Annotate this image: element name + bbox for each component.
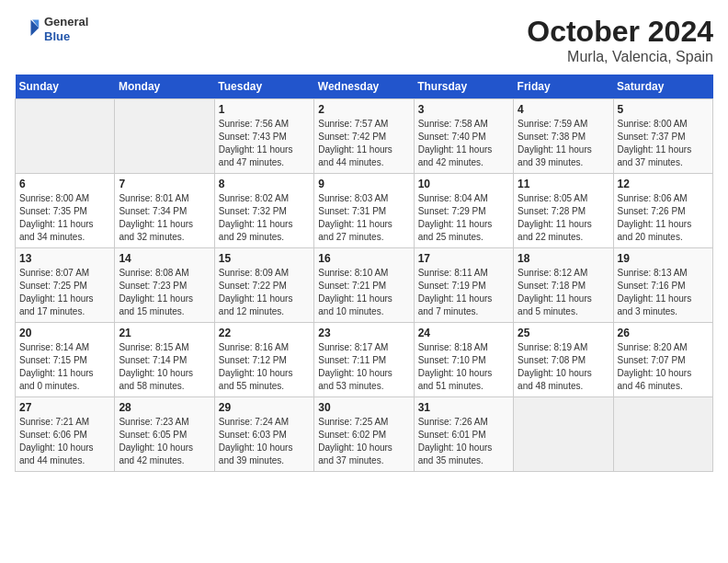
calendar-week: 6Sunrise: 8:00 AM Sunset: 7:35 PM Daylig… — [16, 174, 713, 248]
calendar-cell: 28Sunrise: 7:23 AM Sunset: 6:05 PM Dayli… — [115, 397, 214, 472]
title-block: October 2024 Murla, Valencia, Spain — [527, 15, 713, 65]
day-number: 25 — [518, 327, 609, 339]
calendar-cell: 19Sunrise: 8:13 AM Sunset: 7:16 PM Dayli… — [613, 248, 712, 323]
logo-blue: Blue — [44, 29, 88, 44]
day-info: Sunrise: 8:12 AM Sunset: 7:18 PM Dayligh… — [518, 267, 609, 318]
header-cell: Wednesday — [314, 75, 414, 99]
day-info: Sunrise: 8:18 AM Sunset: 7:10 PM Dayligh… — [418, 341, 509, 393]
calendar-cell: 13Sunrise: 8:07 AM Sunset: 7:25 PM Dayli… — [16, 248, 115, 323]
page-header: General Blue October 2024 Murla, Valenci… — [15, 15, 713, 65]
day-info: Sunrise: 7:59 AM Sunset: 7:38 PM Dayligh… — [518, 118, 609, 169]
calendar-week: 27Sunrise: 7:21 AM Sunset: 6:06 PM Dayli… — [16, 397, 713, 472]
calendar-cell: 26Sunrise: 8:20 AM Sunset: 7:07 PM Dayli… — [613, 323, 712, 397]
day-number: 18 — [518, 252, 609, 265]
calendar-cell: 15Sunrise: 8:09 AM Sunset: 7:22 PM Dayli… — [214, 248, 313, 323]
day-number: 17 — [418, 252, 509, 265]
calendar-cell: 31Sunrise: 7:26 AM Sunset: 6:01 PM Dayli… — [414, 397, 513, 472]
day-number: 20 — [19, 327, 110, 339]
header-cell: Friday — [514, 75, 613, 99]
day-number: 19 — [618, 252, 709, 265]
calendar-week: 13Sunrise: 8:07 AM Sunset: 7:25 PM Dayli… — [16, 248, 713, 323]
header-cell: Sunday — [16, 75, 115, 99]
day-number: 22 — [219, 327, 310, 339]
day-number: 21 — [119, 327, 210, 339]
calendar-cell: 8Sunrise: 8:02 AM Sunset: 7:32 PM Daylig… — [214, 174, 313, 248]
logo-text: General Blue — [44, 15, 88, 43]
day-info: Sunrise: 7:56 AM Sunset: 7:43 PM Dayligh… — [219, 118, 310, 169]
calendar-cell: 27Sunrise: 7:21 AM Sunset: 6:06 PM Dayli… — [16, 397, 115, 472]
calendar-cell: 3Sunrise: 7:58 AM Sunset: 7:40 PM Daylig… — [414, 99, 513, 174]
calendar-cell: 18Sunrise: 8:12 AM Sunset: 7:18 PM Dayli… — [514, 248, 613, 323]
day-number: 14 — [119, 252, 210, 265]
logo-general: General — [44, 15, 88, 29]
calendar-body: 1Sunrise: 7:56 AM Sunset: 7:43 PM Daylig… — [16, 99, 713, 472]
calendar-header: SundayMondayTuesdayWednesdayThursdayFrid… — [16, 75, 713, 99]
day-info: Sunrise: 7:24 AM Sunset: 6:03 PM Dayligh… — [219, 416, 310, 467]
calendar-cell: 10Sunrise: 8:04 AM Sunset: 7:29 PM Dayli… — [414, 174, 513, 248]
calendar-cell: 22Sunrise: 8:16 AM Sunset: 7:12 PM Dayli… — [214, 323, 313, 397]
day-info: Sunrise: 8:00 AM Sunset: 7:35 PM Dayligh… — [19, 192, 110, 244]
calendar-cell: 7Sunrise: 8:01 AM Sunset: 7:34 PM Daylig… — [115, 174, 214, 248]
calendar-week: 1Sunrise: 7:56 AM Sunset: 7:43 PM Daylig… — [16, 99, 713, 174]
calendar-cell: 2Sunrise: 7:57 AM Sunset: 7:42 PM Daylig… — [314, 99, 414, 174]
day-info: Sunrise: 8:15 AM Sunset: 7:14 PM Dayligh… — [119, 341, 210, 393]
day-number: 9 — [318, 178, 409, 190]
header-cell: Monday — [115, 75, 214, 99]
calendar-cell — [115, 99, 214, 174]
day-number: 7 — [119, 178, 210, 190]
day-info: Sunrise: 8:00 AM Sunset: 7:37 PM Dayligh… — [618, 118, 709, 169]
day-info: Sunrise: 8:10 AM Sunset: 7:21 PM Dayligh… — [318, 267, 409, 318]
header-cell: Saturday — [613, 75, 712, 99]
calendar-cell — [16, 99, 115, 174]
day-info: Sunrise: 8:02 AM Sunset: 7:32 PM Dayligh… — [219, 192, 310, 244]
calendar-cell: 17Sunrise: 8:11 AM Sunset: 7:19 PM Dayli… — [414, 248, 513, 323]
day-info: Sunrise: 7:58 AM Sunset: 7:40 PM Dayligh… — [418, 118, 509, 169]
day-number: 26 — [618, 327, 709, 339]
day-number: 8 — [219, 178, 310, 190]
day-info: Sunrise: 8:07 AM Sunset: 7:25 PM Dayligh… — [19, 267, 110, 318]
calendar-cell: 30Sunrise: 7:25 AM Sunset: 6:02 PM Dayli… — [314, 397, 414, 472]
day-number: 16 — [318, 252, 409, 265]
day-number: 27 — [19, 401, 110, 414]
day-number: 31 — [418, 401, 509, 414]
calendar-cell: 14Sunrise: 8:08 AM Sunset: 7:23 PM Dayli… — [115, 248, 214, 323]
day-number: 4 — [518, 103, 609, 116]
day-info: Sunrise: 8:04 AM Sunset: 7:29 PM Dayligh… — [418, 192, 509, 244]
calendar-cell: 6Sunrise: 8:00 AM Sunset: 7:35 PM Daylig… — [16, 174, 115, 248]
header-row: SundayMondayTuesdayWednesdayThursdayFrid… — [16, 75, 713, 99]
day-number: 28 — [119, 401, 210, 414]
day-number: 29 — [219, 401, 310, 414]
calendar-table: SundayMondayTuesdayWednesdayThursdayFrid… — [15, 75, 713, 472]
day-number: 13 — [19, 252, 110, 265]
header-cell: Thursday — [414, 75, 513, 99]
day-number: 15 — [219, 252, 310, 265]
calendar-cell: 23Sunrise: 8:17 AM Sunset: 7:11 PM Dayli… — [314, 323, 414, 397]
day-number: 30 — [318, 401, 409, 414]
day-info: Sunrise: 8:05 AM Sunset: 7:28 PM Dayligh… — [518, 192, 609, 244]
day-number: 24 — [418, 327, 509, 339]
calendar-cell: 20Sunrise: 8:14 AM Sunset: 7:15 PM Dayli… — [16, 323, 115, 397]
logo-icon — [15, 17, 40, 42]
day-info: Sunrise: 8:17 AM Sunset: 7:11 PM Dayligh… — [318, 341, 409, 393]
calendar-subtitle: Murla, Valencia, Spain — [527, 49, 713, 65]
header-cell: Tuesday — [214, 75, 313, 99]
day-info: Sunrise: 8:01 AM Sunset: 7:34 PM Dayligh… — [119, 192, 210, 244]
day-info: Sunrise: 7:25 AM Sunset: 6:02 PM Dayligh… — [318, 416, 409, 467]
day-info: Sunrise: 8:08 AM Sunset: 7:23 PM Dayligh… — [119, 267, 210, 318]
day-number: 12 — [618, 178, 709, 190]
day-number: 23 — [318, 327, 409, 339]
day-number: 11 — [518, 178, 609, 190]
day-info: Sunrise: 7:26 AM Sunset: 6:01 PM Dayligh… — [418, 416, 509, 467]
day-info: Sunrise: 8:11 AM Sunset: 7:19 PM Dayligh… — [418, 267, 509, 318]
day-info: Sunrise: 8:19 AM Sunset: 7:08 PM Dayligh… — [518, 341, 609, 393]
calendar-cell — [613, 397, 712, 472]
calendar-cell: 1Sunrise: 7:56 AM Sunset: 7:43 PM Daylig… — [214, 99, 313, 174]
calendar-cell — [514, 397, 613, 472]
day-info: Sunrise: 7:21 AM Sunset: 6:06 PM Dayligh… — [19, 416, 110, 467]
calendar-cell: 4Sunrise: 7:59 AM Sunset: 7:38 PM Daylig… — [514, 99, 613, 174]
day-info: Sunrise: 8:20 AM Sunset: 7:07 PM Dayligh… — [618, 341, 709, 393]
calendar-week: 20Sunrise: 8:14 AM Sunset: 7:15 PM Dayli… — [16, 323, 713, 397]
day-info: Sunrise: 7:57 AM Sunset: 7:42 PM Dayligh… — [318, 118, 409, 169]
calendar-cell: 24Sunrise: 8:18 AM Sunset: 7:10 PM Dayli… — [414, 323, 513, 397]
calendar-cell: 12Sunrise: 8:06 AM Sunset: 7:26 PM Dayli… — [613, 174, 712, 248]
